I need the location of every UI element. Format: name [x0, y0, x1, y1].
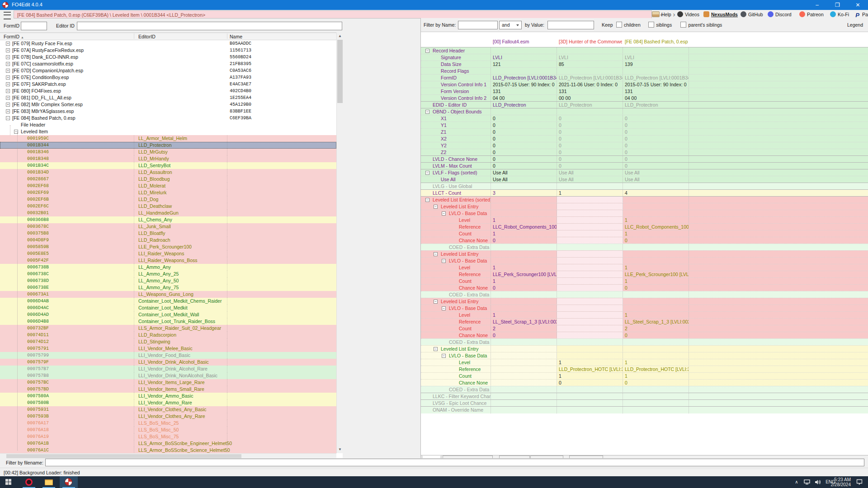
- grid-row[interactable]: −LVLF - Flags (sorted)Use AllUse AllUse …: [421, 169, 868, 176]
- grid-cell[interactable]: Use All: [623, 176, 689, 183]
- grid-cell[interactable]: 0: [491, 156, 557, 163]
- grid-row[interactable]: Chance None00: [421, 237, 868, 244]
- link-github[interactable]: GitHub: [741, 11, 763, 19]
- grid-cell[interactable]: 0: [557, 142, 623, 149]
- grid-cell[interactable]: LLC_Robot_Components_100 [L...: [623, 224, 689, 230]
- grid-cell[interactable]: [623, 47, 689, 54]
- grid-cell[interactable]: LLE_Perk_Scrounger100 [LVLI:000...: [491, 271, 557, 278]
- grid-cell[interactable]: [557, 352, 623, 359]
- grid-cell[interactable]: 1: [557, 190, 623, 197]
- restore-button[interactable]: ❐: [827, 0, 848, 10]
- grid-cell[interactable]: 0: [623, 129, 689, 136]
- collapse-icon[interactable]: −: [442, 211, 446, 216]
- grid-cell[interactable]: 139: [623, 61, 689, 68]
- tree-row-plugin[interactable]: +[FE 07D] CompanionUnpatch.espC0A53AC6: [0, 67, 336, 74]
- grid-row[interactable]: Level11: [421, 359, 868, 366]
- grid-cell[interactable]: 0: [491, 285, 557, 291]
- expand-icon[interactable]: +: [6, 42, 10, 46]
- tree-row-plugin[interactable]: −[FE 084] Bashed Patch, 0.espC6EF39BA: [0, 115, 336, 122]
- grid-cell[interactable]: LVLI: [623, 54, 689, 61]
- grid-cell[interactable]: [623, 291, 689, 298]
- link-kofi[interactable]: Ko-Fi: [830, 11, 849, 19]
- grid-row[interactable]: X2000: [421, 135, 868, 142]
- grid-cell[interactable]: [557, 203, 623, 210]
- start-button[interactable]: [0, 476, 18, 488]
- collapse-icon[interactable]: −: [425, 110, 429, 114]
- grid-cell[interactable]: [557, 291, 623, 298]
- tree-row-record[interactable]: 0006D4B8Container_Loot_Trunk_Raider_Boss: [0, 318, 336, 325]
- grid-cell[interactable]: LLC_Robot_Components_100 [L...: [491, 224, 557, 230]
- grid-row[interactable]: SignatureLVLILVLILVLI: [421, 54, 868, 61]
- tree-row-record[interactable]: 000757BDLLI_Vendor_Items_Small_Rare: [0, 386, 336, 393]
- tree-row-record[interactable]: 00075799LLI_Vendor_Food_Basic: [0, 352, 336, 359]
- grid-row[interactable]: LVLM - Max Count000: [421, 162, 868, 169]
- grid-cell[interactable]: 1: [623, 373, 689, 380]
- tree-row-record[interactable]: 0006738CLL_Ammo_Any_25: [0, 271, 336, 277]
- taskbar-opera-icon[interactable]: [20, 476, 38, 488]
- grid-row[interactable]: ReferenceLLC_Robot_Components_100 [L...L…: [421, 223, 868, 230]
- grid-cell[interactable]: [491, 108, 557, 115]
- expand-icon[interactable]: +: [6, 109, 10, 113]
- grid-cell[interactable]: 0: [623, 332, 689, 339]
- grid-cell[interactable]: 0: [557, 115, 623, 122]
- grid-cell[interactable]: 0: [623, 285, 689, 291]
- grid-cell[interactable]: [557, 400, 623, 407]
- grid-cell[interactable]: 0: [491, 142, 557, 149]
- tree-row-record[interactable]: 0006738BLL_Ammo_Any: [0, 264, 336, 271]
- grid-cell[interactable]: 04 00: [491, 95, 557, 102]
- scrollbar-thumb[interactable]: [6, 454, 241, 458]
- checkbox-icon[interactable]: [680, 22, 686, 28]
- grid-cell[interactable]: [623, 203, 689, 210]
- grid-row[interactable]: Z2000: [421, 149, 868, 156]
- grid-cell[interactable]: [557, 393, 623, 400]
- grid-cell[interactable]: 0: [557, 136, 623, 142]
- tree-row-record[interactable]: 0001B34CLLD_SentryBot: [0, 162, 336, 169]
- collapse-icon[interactable]: −: [425, 49, 429, 53]
- grid-cell[interactable]: 2021-11-06 User: 0 Index: 0: [557, 81, 623, 88]
- grid-cell[interactable]: 4: [623, 190, 689, 197]
- collapse-icon[interactable]: −: [425, 171, 429, 175]
- grid-row[interactable]: −Leveled List Entry: [421, 250, 868, 258]
- legend-link[interactable]: Legend: [847, 22, 863, 28]
- grid-row[interactable]: LLCT - Count314: [421, 189, 868, 197]
- minimize-button[interactable]: –: [807, 0, 827, 10]
- filename-filter-input[interactable]: [45, 459, 864, 466]
- grid-row[interactable]: Count22: [421, 325, 868, 332]
- grid-cell[interactable]: 131: [557, 88, 623, 95]
- grid-cell[interactable]: [557, 244, 623, 251]
- link-discord[interactable]: Discord: [768, 11, 792, 19]
- grid-row[interactable]: Chance None00: [421, 284, 868, 291]
- grid-cell[interactable]: 0: [623, 380, 689, 386]
- grid-cell[interactable]: 0: [557, 122, 623, 129]
- tree-row-plugin[interactable]: +[FE 07A] RustyFaceFixRedux.esp11561713: [0, 47, 336, 54]
- tree-row-record[interactable]: 00074D12LLD_Stingwing: [0, 338, 336, 345]
- expand-icon[interactable]: +: [6, 69, 10, 73]
- link-paypal[interactable]: PPayPal: [854, 11, 868, 19]
- tree-row-record[interactable]: 000757BCLLI_Vendor_Items_Large_Rare: [0, 379, 336, 386]
- grid-cell[interactable]: [623, 197, 689, 203]
- tree-row-record[interactable]: 000757B8LLI_Vendor_Drink_NonAlcohol_Basi…: [0, 372, 336, 379]
- grid-cell[interactable]: 1: [623, 217, 689, 224]
- grid-row[interactable]: −LVLO - Base Data: [421, 257, 868, 264]
- tree-row-record[interactable]: 0007579FLLI_Vendor_Drink_Alcohol_Basic: [0, 359, 336, 366]
- tray-clock[interactable]: 5:23 AM 2/28/2024: [831, 477, 851, 487]
- grid-row[interactable]: Chance None00: [421, 332, 868, 339]
- grid-cell[interactable]: [557, 210, 623, 217]
- grid-cell[interactable]: [623, 244, 689, 251]
- grid-cell[interactable]: [557, 285, 623, 291]
- grid-row[interactable]: COED - Extra Data: [421, 291, 868, 298]
- grid-cell[interactable]: [557, 346, 623, 352]
- menu-icon[interactable]: [4, 12, 11, 19]
- tree-row-record[interactable]: 0006D4ADContainer_Loot_Medkit_Wall: [0, 311, 336, 318]
- tree-row-record[interactable]: 000732BFLLS_Armor_Raider_Suit_02_Headgea…: [0, 325, 336, 332]
- grid-cell[interactable]: 0: [491, 149, 557, 156]
- tree-row-record[interactable]: 0005F42FLLI_Raider_Weapons_Boss: [0, 257, 336, 264]
- grid-row[interactable]: −LVLO - Base Data: [421, 210, 868, 217]
- grid-cell[interactable]: [491, 210, 557, 217]
- grid-row[interactable]: Level11: [421, 216, 868, 224]
- grid-cell[interactable]: 0: [491, 115, 557, 122]
- grid-cell[interactable]: [491, 393, 557, 400]
- grid-cell[interactable]: [557, 305, 623, 312]
- tree-row-record[interactable]: 0006738DLL_Ammo_Any_50: [0, 277, 336, 284]
- taskbar-fo4edit-icon[interactable]: [60, 476, 78, 488]
